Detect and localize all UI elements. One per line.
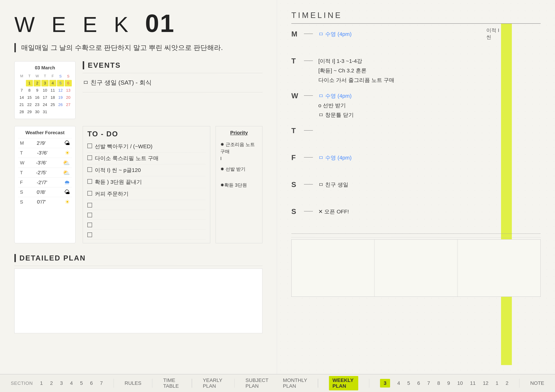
cal-day-29[interactable]: 29 <box>26 109 33 115</box>
timeline-day-t2: T <box>291 126 299 135</box>
todo-checkbox-9[interactable] <box>88 232 92 237</box>
cal-day-30[interactable]: 30 <box>34 109 41 115</box>
detailed-plan-divider <box>15 266 263 266</box>
todo-item-9 <box>88 230 205 240</box>
right-bottom-grid <box>291 239 540 297</box>
cal-day-3[interactable]: 3 <box>41 80 48 86</box>
cal-day-25[interactable]: 25 <box>49 101 56 108</box>
cal-day-20[interactable]: 20 <box>65 94 72 101</box>
cal-day-27[interactable]: 27 <box>65 101 72 108</box>
cal-day-8[interactable]: 8 <box>26 87 33 94</box>
cal-day-17[interactable]: 17 <box>41 94 48 101</box>
cal-day-1[interactable]: 1 <box>26 80 33 86</box>
cal-day-empty2 <box>49 109 56 115</box>
todo-main: TO - DO 선발 빽아두기 / (~WED) 다이소 룩스리필 노트 구매 <box>83 126 210 243</box>
mini-calendar: 03 March M T W T F S S 1 2 3 <box>15 61 75 119</box>
cal-day-31[interactable]: 31 <box>41 109 48 115</box>
nav-num-1[interactable]: 1 <box>40 380 43 386</box>
cal-day-5[interactable]: 5 <box>57 80 64 86</box>
cal-day-24[interactable]: 24 <box>41 101 48 108</box>
timeline-row-t2: T <box>291 126 540 147</box>
cal-day-14[interactable]: 14 <box>18 94 25 101</box>
timeline-row-f: F ㅁ 수영 (4pm) <box>291 153 540 174</box>
todo-checkbox-3[interactable] <box>88 167 92 172</box>
cal-header-s1: S <box>57 73 64 79</box>
cal-day-13[interactable]: 13 <box>65 87 72 94</box>
timeline-day-line-t2 <box>304 130 313 131</box>
timeline-day-line-w <box>304 95 313 96</box>
todo-checkbox-5[interactable] <box>88 191 92 196</box>
todo-checkbox-7[interactable] <box>88 213 92 217</box>
todo-item-6 <box>88 200 205 210</box>
todo-checkbox-4[interactable] <box>88 179 92 184</box>
nav-num-2[interactable]: 2 <box>50 380 53 386</box>
timeline-entry-t1-2: [확듣] ~ Ch 3.2 혼론 <box>318 66 540 75</box>
todo-item-1: 선발 빽아두기 / (~WED) <box>88 141 205 152</box>
cal-day-7[interactable]: 7 <box>18 87 25 94</box>
events-title: EVENTS <box>88 61 263 69</box>
cal-day-18[interactable]: 18 <box>49 94 56 101</box>
cal-day-22[interactable]: 22 <box>26 101 33 108</box>
todo-checkbox-1[interactable] <box>88 143 92 148</box>
cal-day-11[interactable]: 11 <box>49 87 56 94</box>
cal-day-28[interactable]: 28 <box>18 109 25 115</box>
cal-header-t1: T <box>26 73 33 79</box>
cal-day-10[interactable]: 10 <box>41 87 48 94</box>
cal-day-4[interactable]: 4 <box>49 80 56 86</box>
todo-item-5: 커피 주문하기 <box>88 188 205 200</box>
cal-day-9[interactable]: 9 <box>34 87 41 94</box>
timeline-content-t2 <box>318 126 540 127</box>
timeline-day-f: F <box>291 153 299 162</box>
todo-checkbox-8[interactable] <box>88 223 92 227</box>
nav-num-4[interactable]: 4 <box>70 380 73 386</box>
cal-day-12[interactable]: 12 <box>57 87 64 94</box>
timeline-row-s1: S ㅁ 친구 생일 <box>291 180 540 201</box>
detailed-plan-box <box>15 269 263 333</box>
cal-day-15[interactable]: 15 <box>26 94 33 101</box>
weather-temp-s2: 0'/7' <box>37 199 53 205</box>
cal-day-2[interactable]: 2 <box>34 80 41 86</box>
todo-text-4: 확듣 ) 3단원 끝내기 <box>95 178 142 186</box>
weather-icon-t2: ⛅ <box>63 169 70 176</box>
todo-checkbox-6[interactable] <box>88 203 92 207</box>
weather-icon-w: ⛅ <box>63 159 70 166</box>
nav-num-3[interactable]: 3 <box>60 380 63 386</box>
weather-row-t1: T -3'/6' ☀ <box>18 148 72 158</box>
priority-item-2: ✸ 선발 받기 <box>220 164 258 174</box>
timeline-day-m: M <box>291 29 299 38</box>
timeline-day-line-s2 <box>304 211 313 211</box>
cal-day-21[interactable]: 21 <box>18 101 25 108</box>
nav-num-7[interactable]: 7 <box>100 380 103 386</box>
timetable-label[interactable]: TIME TABLE <box>163 378 181 389</box>
yearly-plan-label[interactable]: YEARLY PLAN <box>203 378 224 389</box>
timeline-entry-t1-1: [이적 I] 1-3 ~1-4강 <box>318 57 540 65</box>
cal-day-19[interactable]: 19 <box>57 94 64 101</box>
weather-day-t1: T <box>20 150 25 156</box>
event-item-1: ㅁ 친구 생일 (SAT) - 회식 <box>83 76 263 89</box>
nav-num-6[interactable]: 6 <box>90 380 93 386</box>
nav-num-5[interactable]: 5 <box>80 380 83 386</box>
calendar-month: 03 March <box>18 65 72 71</box>
week-label: W E E K <box>15 12 134 36</box>
weather-day-w: W <box>20 160 25 166</box>
cal-header-f: F <box>49 73 56 79</box>
cal-day-6[interactable]: 6 <box>65 80 72 86</box>
cal-header-t2: T <box>41 73 48 79</box>
week-title: W E E K 01 <box>15 11 263 36</box>
cal-day-16[interactable]: 16 <box>34 94 41 101</box>
timeline-day-w: W <box>291 91 299 100</box>
todo-checkbox-2[interactable] <box>88 155 92 160</box>
cal-day-23[interactable]: 23 <box>34 101 41 108</box>
timeline-day-line-m <box>304 34 313 34</box>
weather-row-m: M 2'/9' 🌤 <box>18 138 72 148</box>
rules-label[interactable]: RULES <box>125 380 141 386</box>
weather-temp-t1: -3'/6' <box>37 150 53 156</box>
nav-sep-2 <box>152 379 152 388</box>
subject-plan-label[interactable]: SUBJECT PLAN <box>246 378 269 389</box>
nav-sep-3 <box>192 379 192 388</box>
top-row: 03 March M T W T F S S 1 2 3 <box>15 61 263 119</box>
todo-text-2: 다이소 룩스리필 노트 구매 <box>95 155 159 162</box>
cal-day-26[interactable]: 26 <box>57 101 64 108</box>
quote-text: 매일매일 그 날의 수확으로 판단하지 말고 뿌린 씨앗으로 판단해라. <box>21 43 263 52</box>
weather-section: Weather Forecast M 2'/9' 🌤 T -3'/6' ☀ W … <box>15 126 75 243</box>
